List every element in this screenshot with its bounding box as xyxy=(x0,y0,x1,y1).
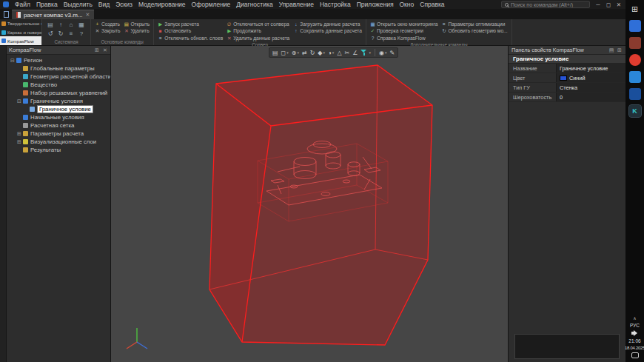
ribbon-button[interactable]: ▤Открыть xyxy=(124,21,150,27)
menubar-item[interactable]: Файл xyxy=(12,1,33,8)
property-value[interactable]: Граничное условие xyxy=(556,64,625,73)
taskbar-app-3[interactable] xyxy=(629,54,641,66)
property-value[interactable]: 0 xyxy=(556,93,625,101)
tree-item[interactable]: Результаты xyxy=(7,146,110,154)
tree-item[interactable]: ⊞Параметры расчета xyxy=(7,130,110,138)
menubar-item[interactable]: Оформление xyxy=(189,1,234,8)
tree-item[interactable]: Геометрия расчетной области xyxy=(7,73,110,81)
ribbon-button[interactable]: ▶Продолжить xyxy=(227,28,289,35)
menu-icon[interactable]: ≡ xyxy=(67,30,76,38)
ribbon-tabset-2[interactable]: Каркас и поверхности xyxy=(0,28,41,37)
tree-item[interactable]: Набор решаемых уравнений xyxy=(7,89,110,97)
section-icon[interactable]: ✂ xyxy=(344,48,351,57)
taskbar-app-kompas[interactable]: K xyxy=(629,105,641,117)
taskbar-app-1[interactable] xyxy=(629,20,641,32)
ribbon-button[interactable]: ▶Запуск расчета xyxy=(158,21,223,27)
menubar-item[interactable]: Выделить xyxy=(61,1,95,8)
ribbon-button[interactable]: +Создать xyxy=(95,21,120,27)
panel-pin-icon[interactable]: ⊞ xyxy=(617,47,623,53)
ribbon-tabset-3[interactable]: KompasFlow xyxy=(0,36,41,45)
panel-menu-icon[interactable]: ▤ xyxy=(608,47,614,53)
menubar-item[interactable]: Приложения xyxy=(354,1,397,8)
ribbon-tabset-1[interactable]: Твердотельное моделирование xyxy=(0,19,41,28)
tray-expand-icon[interactable]: ∧ xyxy=(633,315,636,321)
ribbon-button[interactable]: ✕Удалить xyxy=(124,28,150,35)
maximize-button[interactable]: ◻ xyxy=(603,0,614,9)
menubar-item[interactable]: Справка xyxy=(417,1,447,8)
taskbar-app-5[interactable] xyxy=(629,88,641,100)
ribbon-button[interactable]: ≡Параметры оптимизации xyxy=(441,21,507,27)
rotate-icon[interactable]: ↻ xyxy=(309,48,316,57)
panel-close-icon[interactable]: ✕ xyxy=(102,47,108,53)
document-tab[interactable]: расчет компас v3.m... ✕ xyxy=(12,10,94,19)
measure-icon[interactable]: ∠ xyxy=(352,48,358,57)
tree-item[interactable]: ⊟Граничные условия xyxy=(7,97,110,105)
expand-minus-icon[interactable]: ⊟ xyxy=(10,58,16,64)
perspective-icon[interactable]: △ xyxy=(336,48,342,57)
tab-close-icon[interactable]: ✕ xyxy=(86,12,90,18)
ribbon-button[interactable]: ≡Отключить обновл. слоев xyxy=(158,35,223,41)
menubar-item[interactable]: Настройка xyxy=(317,1,354,8)
start-button[interactable]: ⊞ xyxy=(629,3,641,15)
tree-item[interactable]: Глобальные параметры xyxy=(7,64,110,73)
tree-item[interactable]: Граничное условие xyxy=(7,105,110,113)
edit-icon[interactable]: ✎ xyxy=(389,48,395,57)
open-icon[interactable]: ▤ xyxy=(46,21,55,29)
save-icon[interactable]: ↑ xyxy=(56,21,65,29)
property-value[interactable]: Синий xyxy=(556,73,625,82)
ribbon-button[interactable]: ✕Удалить данные расчета xyxy=(227,35,289,41)
ribbon-button[interactable]: ↻Обновить геометрию мо... xyxy=(441,28,507,35)
tree-item[interactable]: ⊞Визуализационные слои xyxy=(7,138,110,146)
undo-icon[interactable]: ↺ xyxy=(46,30,55,38)
menubar-item[interactable]: Правка xyxy=(33,1,61,8)
menubar-item[interactable]: Вид xyxy=(95,1,113,8)
expand-plus-icon[interactable]: ⊞ xyxy=(16,139,22,145)
clock-date[interactable]: 18.04.2025 xyxy=(625,346,644,350)
ribbon-button[interactable]: ?Справка KompasFlow xyxy=(370,35,437,41)
display-grid-icon[interactable]: ▤ xyxy=(272,48,279,57)
viewport-3d-scene[interactable] xyxy=(111,46,508,362)
boundary-cube[interactable] xyxy=(209,65,432,345)
taskbar-app-2[interactable] xyxy=(629,37,641,49)
home-icon[interactable]: ⌂ xyxy=(67,21,76,29)
viewport-3d[interactable]: ▤◻▾⊕▾⇄↻◆▾◑▾△✂∠▾◉▾✎ xyxy=(111,46,508,362)
ribbon-button[interactable]: ↑Сохранить данные расчета xyxy=(293,28,362,35)
clock-time[interactable]: 21:06 xyxy=(628,338,640,343)
panel-dock-icon[interactable]: ⊞ xyxy=(94,47,100,53)
expand-minus-icon[interactable]: ⊟ xyxy=(16,98,22,104)
close-button[interactable]: ✕ xyxy=(614,0,624,9)
tree-item[interactable]: Вещество xyxy=(7,81,110,89)
tree-item[interactable]: Расчетная сетка xyxy=(7,121,110,130)
taskbar-app-4[interactable] xyxy=(629,71,641,83)
tree-item[interactable]: ⊟Регион xyxy=(7,56,110,64)
help-icon[interactable]: ? xyxy=(77,30,86,38)
menubar-item[interactable]: Окно xyxy=(396,1,417,8)
menubar-item[interactable]: Эскиз xyxy=(113,1,135,8)
display-mode-icon[interactable]: ◑▾ xyxy=(327,48,335,57)
minimize-button[interactable]: ─ xyxy=(593,0,603,9)
visibility-icon[interactable]: ◉▾ xyxy=(378,48,388,57)
new-document-icon[interactable] xyxy=(4,11,9,18)
redo-icon[interactable]: ↻ xyxy=(56,30,65,38)
print-icon[interactable]: ▦ xyxy=(77,21,86,29)
menubar-item[interactable]: Диагностика xyxy=(233,1,275,8)
color-swatch[interactable] xyxy=(560,76,567,81)
ribbon-button[interactable]: ∅Отключиться от солвера xyxy=(227,21,289,27)
volume-icon[interactable] xyxy=(631,330,639,336)
property-value[interactable]: Стенка xyxy=(556,83,625,92)
selection-mode-icon[interactable]: ◻▾ xyxy=(281,48,289,57)
menubar-item[interactable]: Моделирование xyxy=(135,1,189,8)
ribbon-button[interactable]: ▦Открыть окно мониторинга xyxy=(370,21,437,27)
zoom-icon[interactable]: ⊕▾ xyxy=(291,48,300,57)
ribbon-button[interactable]: ↓Загрузить данные расчета xyxy=(293,21,362,27)
ribbon-button[interactable]: ✕Закрыть xyxy=(95,28,120,35)
ribbon-button[interactable]: ✓Проверка геометрии xyxy=(370,28,437,35)
notifications-icon[interactable] xyxy=(631,352,639,358)
tree-item[interactable]: Начальные условия xyxy=(7,113,110,121)
command-search-input[interactable]: Поиск по командам (Alt+/) xyxy=(501,1,590,8)
pan-icon[interactable]: ⇄ xyxy=(301,48,308,57)
expand-plus-icon[interactable]: ⊞ xyxy=(16,131,22,137)
menubar-item[interactable]: Управление xyxy=(276,1,317,8)
orientation-icon[interactable]: ◆▾ xyxy=(317,48,326,57)
filter-icon[interactable]: ▾ xyxy=(360,48,372,57)
